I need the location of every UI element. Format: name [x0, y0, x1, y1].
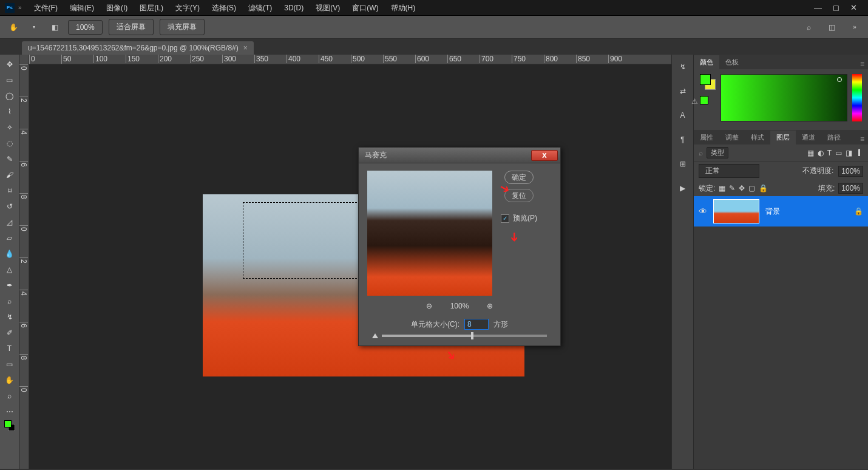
edit-toolbar-icon[interactable]: ⋯	[2, 404, 18, 419]
document-tab-close-icon[interactable]: ×	[243, 44, 248, 52]
brush-tool-icon[interactable]: 🖌	[2, 168, 18, 182]
filter-toggle-icon[interactable]: ⏽	[856, 149, 863, 157]
zoom-tool-icon[interactable]: ⌕	[2, 389, 18, 403]
path-select-tool-icon[interactable]: ⌕	[2, 294, 18, 308]
dodge-tool-icon[interactable]: △	[2, 262, 18, 277]
lock-artboard-icon[interactable]: ▢	[748, 184, 755, 192]
dialog-close-button[interactable]: X	[531, 150, 558, 161]
lasso-tool-icon[interactable]: ⌇	[2, 104, 18, 119]
quick-select-tool-icon[interactable]: ◌	[2, 136, 18, 151]
zoom-out-icon[interactable]: ⊖	[426, 302, 432, 310]
tool-preset-dropdown[interactable]: ▾	[27, 20, 41, 35]
scroll-all-icon[interactable]: ◧	[47, 20, 62, 35]
fill-screen-button[interactable]: 填充屏幕	[160, 19, 205, 35]
fg-bg-swatch[interactable]	[2, 420, 18, 431]
brush-edit-tool-icon[interactable]: ✐	[2, 325, 18, 340]
preview-checkbox[interactable]: ✓	[501, 214, 509, 223]
ok-button[interactable]: 确定	[504, 171, 534, 184]
magic-wand-tool-icon[interactable]: ✧	[2, 120, 18, 135]
tab-layers[interactable]: 图层	[770, 131, 796, 145]
tab-paths[interactable]: 路径	[821, 131, 847, 145]
layer-panel-menu-icon[interactable]: ≡	[856, 134, 868, 145]
menu-3d[interactable]: 3D(D)	[278, 0, 310, 16]
blend-mode-dropdown[interactable]: 正常	[699, 164, 759, 178]
cell-size-input[interactable]	[464, 319, 489, 330]
glyphs-panel-icon[interactable]: ⊞	[676, 157, 690, 171]
menu-select[interactable]: 选择(S)	[206, 0, 242, 16]
zoom-level-button[interactable]: 100%	[68, 20, 103, 35]
tab-properties[interactable]: 属性	[694, 131, 719, 145]
filter-shape-icon[interactable]: ▭	[835, 149, 842, 157]
move-tool-icon[interactable]: ✥	[2, 57, 18, 72]
fill-value[interactable]: 100%	[838, 183, 863, 194]
layer-visibility-icon[interactable]: 👁	[699, 206, 707, 216]
eraser-tool-icon[interactable]: ◿	[2, 215, 18, 230]
tab-adjustments[interactable]: 调整	[719, 131, 745, 145]
document-tab[interactable]: u=1546722115,3049513262&fm=26&gp=0.jpg @…	[22, 41, 254, 55]
layer-thumbnail[interactable]	[713, 199, 759, 223]
menu-layer[interactable]: 图层(L)	[134, 0, 169, 16]
menu-edit[interactable]: 编辑(E)	[64, 0, 100, 16]
window-maximize-icon[interactable]: ◻	[833, 3, 839, 12]
fit-screen-button[interactable]: 适合屏幕	[109, 19, 154, 35]
play-actions-icon[interactable]: ▶	[676, 181, 690, 196]
opacity-value[interactable]: 100%	[838, 166, 863, 177]
blur-tool-icon[interactable]: 💧	[2, 247, 18, 261]
menu-type[interactable]: 文字(Y)	[169, 0, 206, 16]
hand-tool-bottom-icon[interactable]: ✋	[2, 373, 18, 387]
color-warn-swatch[interactable]: ⚠	[700, 96, 716, 112]
hue-slider[interactable]	[852, 74, 862, 121]
menu-filter[interactable]: 滤镜(T)	[242, 0, 278, 16]
reset-button[interactable]: 复位	[504, 189, 534, 202]
cell-size-slider[interactable]	[382, 335, 547, 337]
character-panel-icon[interactable]: A	[676, 108, 690, 123]
menu-help[interactable]: 帮助(H)	[385, 0, 422, 16]
window-close-icon[interactable]: ✕	[850, 3, 857, 12]
lock-pixels-icon[interactable]: ▦	[719, 184, 725, 192]
dialog-titlebar[interactable]: 马赛克 X	[359, 148, 560, 163]
lock-brush-icon[interactable]: ✎	[729, 184, 735, 192]
layer-name-label[interactable]: 背景	[765, 206, 780, 217]
lock-position-icon[interactable]: ✥	[739, 184, 745, 192]
filter-smart-icon[interactable]: ◨	[846, 149, 852, 157]
menu-file[interactable]: 文件(F)	[28, 0, 64, 16]
lock-all-icon[interactable]: 🔒	[759, 184, 768, 192]
marquee-tool-icon[interactable]: ▭	[2, 73, 18, 87]
rectangle-tool-icon[interactable]: ▭	[2, 357, 18, 372]
ellipse-marquee-tool-icon[interactable]: ◯	[2, 89, 18, 103]
window-minimize-icon[interactable]: —	[814, 3, 822, 12]
canvas-area[interactable]: 0501001502002503003504004505005506006507…	[19, 55, 671, 469]
layer-item-background[interactable]: 👁 背景 🔒	[694, 196, 868, 226]
search-icon[interactable]: ⌕	[801, 20, 816, 35]
menu-image[interactable]: 图像(I)	[100, 0, 134, 16]
color-picker-field[interactable]	[721, 74, 847, 121]
color-fgbg-swatch[interactable]	[700, 74, 716, 90]
eyedropper-tool-icon[interactable]: ✎	[2, 152, 18, 166]
filter-type-icon[interactable]: T	[827, 149, 832, 157]
zoom-in-icon[interactable]: ⊕	[487, 302, 493, 310]
tab-styles[interactable]: 样式	[745, 131, 770, 145]
direct-select-tool-icon[interactable]: ↯	[2, 310, 18, 324]
stamp-tool-icon[interactable]: ⌑	[2, 183, 18, 198]
collapse-chevron-icon[interactable]: »	[18, 4, 22, 11]
tab-color[interactable]: 颜色	[694, 55, 719, 69]
brush-settings-icon[interactable]: ↯	[676, 60, 690, 74]
color-panel-menu-icon[interactable]: ≡	[856, 58, 868, 69]
layer-lock-icon[interactable]: 🔒	[854, 207, 863, 216]
menu-view[interactable]: 视图(V)	[310, 0, 346, 16]
filter-image-icon[interactable]: ▦	[807, 149, 814, 157]
type-tool-icon[interactable]: T	[2, 341, 18, 356]
collapse-icon[interactable]: »	[847, 20, 862, 35]
history-brush-tool-icon[interactable]: ↺	[2, 199, 18, 214]
tab-channels[interactable]: 通道	[796, 131, 821, 145]
gradient-tool-icon[interactable]: ▱	[2, 231, 18, 245]
paragraph-panel-icon[interactable]: ¶	[676, 132, 690, 147]
menu-window[interactable]: 窗口(W)	[346, 0, 384, 16]
dialog-preview[interactable]	[367, 171, 492, 296]
hand-tool-icon[interactable]: ✋	[6, 20, 21, 35]
workspace-switcher-icon[interactable]: ◫	[824, 20, 839, 35]
filter-adjust-icon[interactable]: ◐	[818, 149, 824, 157]
tab-swatches[interactable]: 色板	[719, 55, 745, 69]
clone-source-icon[interactable]: ⇄	[676, 84, 690, 98]
layer-filter-type-dropdown[interactable]: 类型	[707, 147, 728, 158]
